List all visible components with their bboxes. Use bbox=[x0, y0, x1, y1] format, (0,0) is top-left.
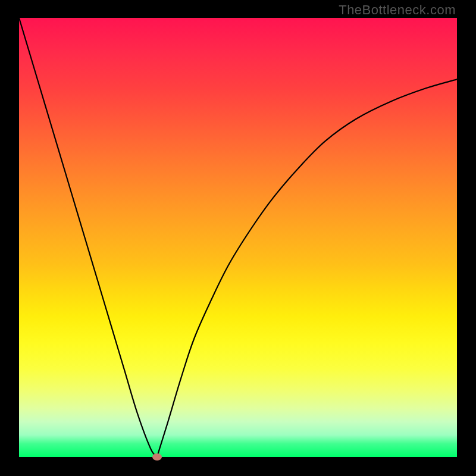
bottleneck-curve bbox=[19, 18, 457, 457]
plot-area bbox=[19, 18, 457, 457]
watermark-text: TheBottleneck.com bbox=[339, 2, 456, 18]
curve-svg bbox=[19, 18, 457, 457]
optimal-marker bbox=[152, 453, 162, 461]
chart-frame: TheBottleneck.com bbox=[0, 0, 476, 476]
